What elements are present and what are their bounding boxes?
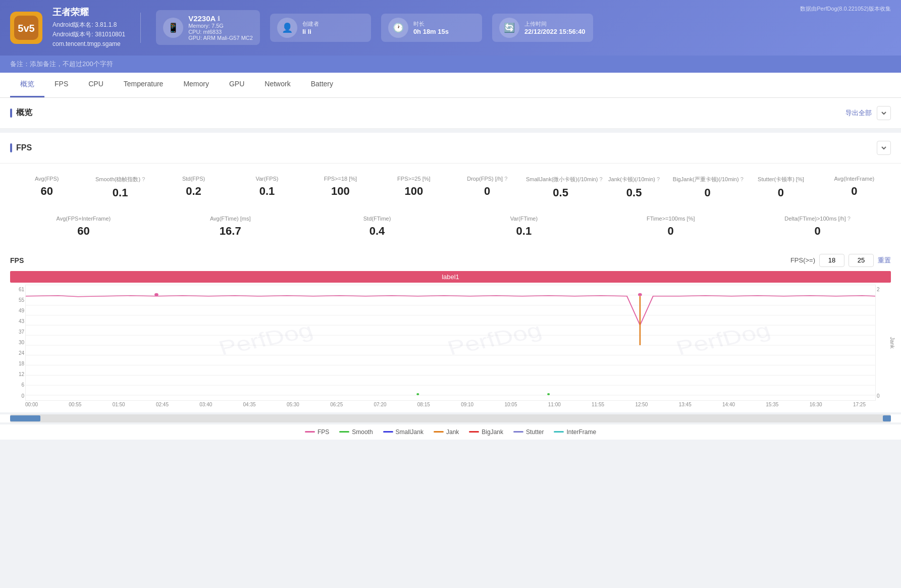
chart-legend: FPSSmoothSmallJankJankBigJankStutterInte…: [0, 424, 901, 440]
fps-chart-container: FPS FPS(>=) 重置 label1 61 55 49 43 37 30 …: [0, 254, 901, 412]
x-axis-tick: 00:55: [69, 402, 81, 407]
legend-label: InterFrame: [566, 429, 596, 436]
fps-stat-item: Std(FPS)0.2: [157, 172, 230, 203]
app-name: 王者荣耀: [52, 6, 125, 18]
legend-color: [513, 431, 523, 433]
fps-stat-item: Avg(FPS)60: [10, 172, 83, 203]
duration-card: 🕐 时长 0h 18m 15s: [381, 14, 482, 42]
fps-stat-item: Stutter(卡顿率) [%]0: [744, 172, 817, 203]
fps-stat-item: Var(FTime)0.1: [450, 211, 597, 242]
svg-point-14: [154, 293, 158, 296]
overview-title: 概览: [10, 108, 32, 118]
duration-icon: 🕐: [388, 18, 408, 38]
overview-collapse-button[interactable]: [877, 106, 891, 120]
device-info-icon[interactable]: ℹ: [218, 15, 220, 22]
fps-stat-item: BigJank(严重卡顿)(/10min) ?0: [671, 172, 744, 203]
legend-label: Stutter: [526, 429, 544, 436]
chart-scrollbar-thumb[interactable]: [10, 415, 40, 421]
device-icon: 📱: [163, 18, 183, 38]
legend-item: SmallJank: [383, 429, 423, 436]
fps-stat-item: Avg(FPS+InterFrame)60: [10, 211, 157, 242]
fps-chart-svg: PerfDog PerfDog PerfDog: [26, 285, 875, 400]
chart-scrollbar-thumb-right[interactable]: [883, 415, 891, 421]
export-all-button[interactable]: 导出全部: [845, 109, 872, 118]
fps-reset-button[interactable]: 重置: [878, 256, 891, 265]
legend-item: Stutter: [513, 429, 544, 436]
legend-label: BigJank: [482, 429, 503, 436]
chart-series-label: label1: [10, 271, 891, 283]
legend-color: [434, 431, 444, 433]
device-model: V2230A: [188, 14, 216, 23]
device-memory: Memory: 7.5G: [188, 23, 253, 29]
fps-stats-row1: Avg(FPS)60Smooth(稳帧指数) ?0.1Std(FPS)0.2Va…: [0, 164, 901, 254]
legend-label: Jank: [446, 429, 459, 436]
svg-point-17: [547, 393, 550, 395]
legend-item: BigJank: [469, 429, 503, 436]
x-axis-tick: 05:30: [287, 402, 299, 407]
fps-stat-item: Jank(卡顿)(/10min) ?0.5: [597, 172, 670, 203]
svg-point-15: [638, 293, 642, 296]
x-axis-tick: 12:50: [635, 402, 648, 407]
chart-scrollbar[interactable]: [10, 414, 891, 422]
duration-label: 时长: [413, 20, 449, 28]
x-axis-tick: 10:05: [504, 402, 517, 407]
nav-item-temperature[interactable]: Temperature: [114, 73, 174, 97]
fps-stat-item: Var(FPS)0.1: [230, 172, 303, 203]
creator-icon: 👤: [277, 18, 297, 38]
fps-stat-item: Smooth(稳帧指数) ?0.1: [83, 172, 156, 203]
notes-placeholder: 添加备注，不超过200个字符: [30, 60, 113, 68]
legend-item: Smooth: [339, 429, 373, 436]
legend-item: InterFrame: [554, 429, 596, 436]
app-android-version: Android版本号: 381010801: [52, 30, 125, 39]
fps-stat-item: FTime>=100ms [%]0: [597, 211, 744, 242]
x-axis: 00:0000:5501:5002:4503:4004:3505:3006:25…: [10, 401, 891, 408]
legend-label: SmallJank: [396, 429, 423, 436]
notes-bar: 备注：添加备注，不超过200个字符: [0, 56, 901, 73]
x-axis-tick: 09:10: [461, 402, 473, 407]
nav-item-network[interactable]: Network: [254, 73, 300, 97]
x-axis-tick: 04:35: [243, 402, 256, 407]
data-source-label: 数据由PerfDog(8.0.221052)版本收集: [800, 5, 891, 13]
chart-controls: FPS FPS(>=) 重置: [10, 254, 891, 267]
creator-label: 创建者: [302, 20, 319, 28]
svg-text:PerfDog: PerfDog: [673, 318, 773, 359]
x-axis-tick: 11:55: [592, 402, 604, 407]
nav-item-cpu[interactable]: CPU: [78, 73, 114, 97]
app-info: 王者荣耀 Android版本名: 3.81.1.8 Android版本号: 38…: [52, 6, 125, 49]
y-axis-right: 2 0 Jank: [876, 285, 891, 401]
legend-color: [339, 431, 349, 433]
fps-collapse-button[interactable]: [877, 141, 891, 155]
nav-item-fps[interactable]: FPS: [44, 73, 78, 97]
upload-time-icon: 🔄: [499, 18, 519, 38]
fps-threshold-controls: FPS(>=) 重置: [790, 254, 891, 267]
device-cpu: CPU: mt6833: [188, 29, 253, 35]
x-axis-tick: 03:40: [199, 402, 212, 407]
legend-color: [305, 431, 315, 433]
nav-item-gpu[interactable]: GPU: [219, 73, 254, 97]
legend-label: FPS: [317, 429, 329, 436]
fps-stat-item: FPS>=18 [%]100: [304, 172, 377, 203]
legend-color: [469, 431, 479, 433]
svg-point-16: [416, 393, 419, 395]
fps-18-input[interactable]: [819, 254, 844, 267]
fps-chart-label: FPS: [10, 256, 24, 264]
nav-item-memory[interactable]: Memory: [173, 73, 219, 97]
fps-chart-svg-container: PerfDog PerfDog PerfDog: [25, 285, 876, 401]
x-axis-tick: 14:40: [722, 402, 735, 407]
device-card: 📱 V2230A ℹ Memory: 7.5G CPU: mt6833 GPU:…: [156, 10, 260, 45]
fps-25-input[interactable]: [849, 254, 874, 267]
nav-item-overview[interactable]: 概览: [10, 73, 44, 97]
x-axis-tick: 06:25: [330, 402, 343, 407]
x-axis-tick: 02:45: [156, 402, 169, 407]
header-divider: [140, 13, 141, 43]
x-axis-tick: 01:50: [113, 402, 125, 407]
overview-section: 概览 导出全部: [0, 98, 901, 129]
fps-stat-item: SmallJank(微小卡顿)(/10min) ?0.5: [524, 172, 597, 203]
fps-threshold-label: FPS(>=): [790, 256, 815, 264]
x-axis-tick: 07:20: [374, 402, 387, 407]
x-axis-tick: 16:30: [810, 402, 822, 407]
legend-label: Smooth: [352, 429, 373, 436]
legend-item: FPS: [305, 429, 329, 436]
chart-scrollbar-container: [0, 414, 901, 422]
nav-item-battery[interactable]: Battery: [301, 73, 343, 97]
